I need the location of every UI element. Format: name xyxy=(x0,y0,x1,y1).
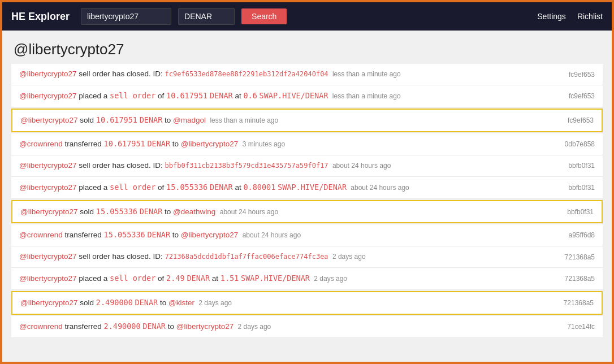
app-title: HE Explorer xyxy=(11,11,70,23)
to-user-link[interactable]: @deathwing xyxy=(173,207,215,216)
tx-hash: a95ff6d8 xyxy=(558,231,595,239)
user-link[interactable]: @libertycrypto27 xyxy=(20,298,78,307)
token: DENAR xyxy=(135,298,158,307)
tx-hash: bbfb0f31 xyxy=(558,184,595,192)
tx-hash: 0db7e858 xyxy=(558,140,595,148)
tx-hash: 721368a5 xyxy=(558,253,595,261)
to-user-link[interactable]: @madgol xyxy=(173,116,206,124)
user-link[interactable]: @libertycrypto27 xyxy=(20,207,78,216)
tx-hash: bbfb0f31 xyxy=(557,208,594,216)
activity-content: @libertycrypto27 placed a sell order of … xyxy=(19,90,552,102)
amount: 15.055336 xyxy=(96,207,137,216)
amount: 10.617951 xyxy=(96,115,137,124)
timestamp: less than a minute ago xyxy=(331,70,401,78)
token: DENAR xyxy=(147,139,170,148)
activity-row: @crownrend transferred 15.055336 DENAR t… xyxy=(11,224,603,246)
activity-content: @libertycrypto27 sell order has closed. … xyxy=(19,69,552,80)
activity-content: @libertycrypto27 sold 2.490000 DENAR to … xyxy=(20,297,551,309)
to-user-link[interactable]: @kister xyxy=(168,298,194,307)
activity-content: @crownrend transferred 15.055336 DENAR t… xyxy=(19,229,552,241)
tx-hash: fc9ef653 xyxy=(557,116,594,124)
user-link[interactable]: @crownrend xyxy=(19,322,63,331)
tx-hash: fc9ef653 xyxy=(558,71,595,79)
tx-hash: 721368a5 xyxy=(557,299,594,307)
timestamp: 2 days ago xyxy=(197,299,232,307)
token: DENAR xyxy=(142,322,166,331)
activity-content: @libertycrypto27 placed a sell order of … xyxy=(19,273,552,284)
timestamp: 2 days ago xyxy=(312,275,347,283)
activity-row: @libertycrypto27 placed a sell order of … xyxy=(11,268,603,290)
activity-row: @libertycrypto27 sell order has closed. … xyxy=(11,155,603,177)
richlist-link[interactable]: Richlist xyxy=(577,12,603,21)
token: DENAR xyxy=(140,115,163,124)
amount: 2.49 xyxy=(166,274,185,283)
activity-row: @libertycrypto27 sold 2.490000 DENAR to … xyxy=(11,291,603,315)
amount: 2.490000 xyxy=(104,322,141,331)
amount: 10.617951 xyxy=(166,91,207,100)
tx-hash: fc9ef653 xyxy=(558,92,595,100)
price: 1.51 xyxy=(220,274,239,283)
token: DENAR xyxy=(210,91,233,100)
user-link[interactable]: @libertycrypto27 xyxy=(19,274,77,283)
token: DENAR xyxy=(140,207,163,216)
amount: 15.055336 xyxy=(104,230,145,239)
activity-content: @libertycrypto27 sell order has closed. … xyxy=(19,252,552,262)
activity-row: @libertycrypto27 sold 10.617951 DENAR to… xyxy=(11,109,603,132)
to-user-link[interactable]: @libertycrypto27 xyxy=(181,140,239,148)
tx-id: bbfb0f311cb2138b3f579cd31e435757a59f0f17 xyxy=(165,162,328,170)
account-input[interactable] xyxy=(81,8,171,25)
activity-row: @libertycrypto27 placed a sell order of … xyxy=(11,85,603,107)
timestamp: less than a minute ago xyxy=(331,92,401,100)
amount: 10.617951 xyxy=(104,139,145,148)
header-nav: Settings Richlist xyxy=(537,12,603,21)
activity-content: @libertycrypto27 sell order has closed. … xyxy=(19,161,552,171)
amount: 15.055336 xyxy=(166,183,207,192)
timestamp: about 24 hours ago xyxy=(240,231,301,239)
price: 0.80001 xyxy=(243,183,275,192)
tx-hash: 71ce14fc xyxy=(558,323,595,331)
pair: SWAP.HIVE/DENAR xyxy=(260,91,328,100)
pair: SWAP.HIVE/DENAR xyxy=(241,274,310,283)
token-input[interactable] xyxy=(178,8,235,25)
pair: SWAP.HIVE/DENAR xyxy=(278,183,347,192)
to-user-link[interactable]: @libertycrypto27 xyxy=(176,322,234,331)
price: 0.6 xyxy=(243,91,257,100)
timestamp: about 24 hours ago xyxy=(218,208,278,216)
tx-hash: 721368a5 xyxy=(558,275,595,283)
activity-list: @libertycrypto27 sell order has closed. … xyxy=(2,64,612,347)
user-link[interactable]: @crownrend xyxy=(19,231,63,239)
user-link[interactable]: @libertycrypto27 xyxy=(19,252,77,261)
activity-content: @crownrend transferred 10.617951 DENAR t… xyxy=(19,138,552,150)
user-link[interactable]: @crownrend xyxy=(19,140,63,148)
amount: 2.490000 xyxy=(96,298,133,307)
user-link[interactable]: @libertycrypto27 xyxy=(19,70,77,78)
user-link[interactable]: @libertycrypto27 xyxy=(20,116,78,124)
order-type: sell order xyxy=(110,91,155,100)
timestamp: 3 minutes ago xyxy=(240,140,285,148)
timestamp: about 24 hours ago xyxy=(349,184,409,192)
tx-id: 721368a5dcdd1dbf1af7ffac006eface774fc3ea xyxy=(165,253,328,261)
token: DENAR xyxy=(187,274,210,283)
user-link[interactable]: @libertycrypto27 xyxy=(19,183,77,192)
activity-row: @crownrend transferred 10.617951 DENAR t… xyxy=(11,133,603,155)
search-button[interactable]: Search xyxy=(241,8,287,24)
timestamp: about 24 hours ago xyxy=(331,162,391,170)
user-link[interactable]: @libertycrypto27 xyxy=(19,161,77,170)
timestamp: 2 days ago xyxy=(236,323,271,331)
app-header: HE Explorer Search Settings Richlist xyxy=(2,2,612,31)
activity-content: @libertycrypto27 placed a sell order of … xyxy=(19,182,552,193)
activity-row: @libertycrypto27 placed a sell order of … xyxy=(11,177,603,199)
token: DENAR xyxy=(210,183,233,192)
settings-link[interactable]: Settings xyxy=(537,12,566,21)
timestamp: 2 days ago xyxy=(331,253,366,261)
tx-hash: bbfb0f31 xyxy=(558,162,595,170)
page-title: @libertycrypto27 xyxy=(2,31,612,64)
to-user-link[interactable]: @libertycrypto27 xyxy=(181,231,239,239)
order-type: sell order xyxy=(110,274,155,283)
activity-row: @crownrend transferred 2.490000 DENAR to… xyxy=(11,316,603,338)
user-link[interactable]: @libertycrypto27 xyxy=(19,92,77,100)
activity-content: @crownrend transferred 2.490000 DENAR to… xyxy=(19,321,552,332)
activity-content: @libertycrypto27 sold 10.617951 DENAR to… xyxy=(20,115,551,126)
timestamp: less than a minute ago xyxy=(208,116,278,124)
activity-content: @libertycrypto27 sold 15.055336 DENAR to… xyxy=(20,206,551,218)
